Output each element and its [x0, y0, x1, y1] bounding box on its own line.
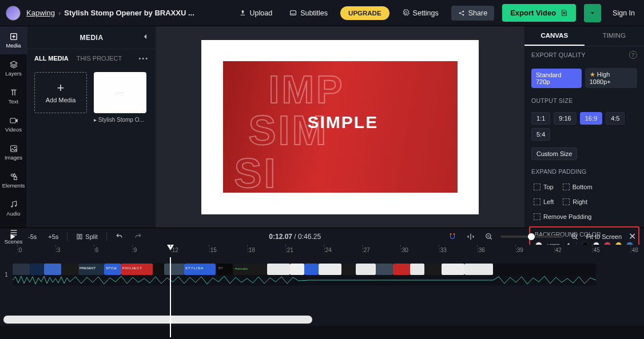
- layers-icon: [9, 60, 18, 69]
- padding-row-1: Top Bottom: [524, 180, 644, 194]
- chevron-down-icon: [589, 10, 596, 17]
- back-5s-button[interactable]: -5s: [25, 232, 39, 242]
- ruler-tick: :33: [439, 247, 447, 253]
- upgrade-button[interactable]: UPGRADE: [340, 6, 389, 20]
- ruler-tick: :9: [132, 247, 137, 253]
- timeline-ruler[interactable]: :0:3:6:9:12:15:18:21:24:27:30:33:36:39:4…: [0, 245, 644, 257]
- zoom-in-icon: [571, 233, 579, 241]
- split-button[interactable]: Split: [73, 232, 100, 242]
- add-media-button[interactable]: + Add Media: [34, 72, 87, 113]
- media-tab-project[interactable]: THIS PROJECT: [77, 55, 122, 62]
- rail-text[interactable]: Text: [0, 82, 27, 110]
- ruler-tick: :15: [209, 247, 217, 253]
- subtitles-icon: [289, 9, 297, 17]
- rail-media-label: Media: [6, 42, 21, 49]
- avatar[interactable]: [6, 6, 21, 21]
- zoom-slider[interactable]: [500, 236, 563, 238]
- size-16-9[interactable]: 16:9: [580, 112, 602, 125]
- quality-high[interactable]: ★High 1080p+: [585, 68, 637, 88]
- settings-button[interactable]: Settings: [397, 6, 443, 20]
- rail-images[interactable]: Images: [0, 138, 27, 166]
- forward-5s-button[interactable]: +5s: [45, 232, 61, 242]
- media-tab-menu[interactable]: •••: [138, 55, 149, 62]
- share-button[interactable]: Share: [451, 6, 494, 21]
- rail-media[interactable]: Media: [0, 26, 27, 54]
- preview-outline-text-3: SI: [234, 150, 278, 193]
- rail-audio[interactable]: Audio: [0, 194, 27, 222]
- zoom-in-button[interactable]: [568, 231, 582, 242]
- canvas-area[interactable]: IMP SIM SI SIMPLE · · · · · · · · · · · …: [156, 26, 524, 228]
- undo-button[interactable]: [113, 231, 126, 242]
- media-tabs: ALL MEDIA THIS PROJECT •••: [27, 49, 156, 67]
- upload-button[interactable]: Upload: [234, 6, 277, 20]
- magnet-icon: [448, 233, 456, 241]
- svg-rect-16: [450, 233, 451, 234]
- preview-watermark: · · · · · · · · · · · ·: [324, 187, 356, 190]
- play-button[interactable]: [6, 231, 19, 242]
- help-icon[interactable]: ?: [629, 51, 637, 59]
- ruler-tick: :3: [55, 247, 60, 253]
- padding-left[interactable]: Left: [531, 197, 556, 207]
- fit-to-screen-button[interactable]: Fit to Screen: [586, 233, 622, 240]
- size-9-16[interactable]: 9:16: [554, 112, 576, 125]
- share-icon: [458, 10, 465, 17]
- svg-rect-8: [10, 146, 17, 152]
- rail-videos[interactable]: Videos: [0, 110, 27, 138]
- split-icon: [76, 233, 83, 240]
- ruler-tick: :30: [400, 247, 408, 253]
- right-panel: CANVAS TIMING EXPORT QUALITY ? Standard …: [524, 26, 644, 228]
- track-clips[interactable]: PRESENT STYLE PROJECT STYLISH BY ✦envato: [13, 264, 596, 285]
- redo-button[interactable]: [132, 231, 145, 242]
- svg-rect-15: [80, 234, 82, 239]
- timeline-scrollbar[interactable]: [3, 316, 312, 324]
- media-thumb[interactable]: ····· ▸ Stylish Stomp O...: [94, 72, 146, 123]
- playhead-line[interactable]: [170, 257, 171, 337]
- ruler-tick: :42: [554, 247, 562, 253]
- quality-standard[interactable]: Standard 720p: [531, 69, 582, 88]
- snap-icon: [467, 233, 475, 241]
- breadcrumb-root[interactable]: Kapwing: [26, 9, 55, 17]
- checkbox-icon: [563, 198, 570, 205]
- track-row: 1 PRESENT STYLE PROJECT STYLISH BY ✦enva…: [0, 263, 644, 286]
- export-dropdown[interactable]: [584, 4, 601, 22]
- topbar: Kapwing › Stylish Stomp Opener by BRAXXU…: [0, 0, 644, 26]
- section-export-quality: EXPORT QUALITY ?: [524, 46, 644, 63]
- padding-bottom[interactable]: Bottom: [560, 182, 595, 192]
- media-tab-all[interactable]: ALL MEDIA: [34, 55, 69, 62]
- rail-text-label: Text: [9, 98, 18, 105]
- padding-remove[interactable]: Remove Padding: [531, 212, 594, 222]
- rail-elements[interactable]: Elements: [0, 166, 27, 194]
- snap-button[interactable]: [464, 231, 478, 242]
- collapse-panel-button[interactable]: [141, 32, 150, 41]
- tab-timing[interactable]: TIMING: [585, 26, 645, 46]
- toolbar-sep: [67, 232, 67, 241]
- rail-layers[interactable]: Layers: [0, 54, 27, 82]
- video-preview[interactable]: IMP SIM SI SIMPLE · · · · · · · · · · · …: [223, 61, 458, 193]
- add-media-label: Add Media: [46, 97, 76, 103]
- size-4-5[interactable]: 4:5: [606, 112, 625, 125]
- timecode: 0:12.07 / 0:46.25: [150, 233, 440, 241]
- padding-top[interactable]: Top: [531, 182, 556, 192]
- size-1-1[interactable]: 1:1: [531, 112, 550, 125]
- padding-row-3: Remove Padding: [524, 209, 644, 224]
- timeline-body[interactable]: 1 PRESENT STYLE PROJECT STYLISH BY ✦enva…: [0, 257, 644, 326]
- padding-right[interactable]: Right: [560, 197, 590, 207]
- signin-link[interactable]: Sign In: [609, 9, 638, 17]
- svg-rect-14: [77, 234, 79, 239]
- tab-canvas[interactable]: CANVAS: [524, 26, 585, 46]
- close-timeline-button[interactable]: ✕: [626, 231, 638, 242]
- zoom-slider-knob[interactable]: [528, 233, 535, 240]
- magnet-button[interactable]: [446, 231, 459, 242]
- size-5-4[interactable]: 5:4: [531, 128, 550, 141]
- custom-size-button[interactable]: Custom Size: [531, 147, 577, 160]
- zoom-out-button[interactable]: [482, 231, 496, 242]
- export-button[interactable]: Export Video: [502, 4, 576, 22]
- svg-rect-1: [291, 14, 293, 14]
- section-output-size: OUTPUT SIZE: [524, 93, 644, 109]
- subtitles-button[interactable]: Subtitles: [285, 6, 332, 20]
- padding-row-2: Left Right: [524, 194, 644, 209]
- media-thumb-preview: ·····: [94, 72, 146, 113]
- ruler-tick: :27: [362, 247, 370, 253]
- breadcrumb-project[interactable]: Stylish Stomp Opener by BRAXXU ...: [64, 9, 194, 17]
- breadcrumb-sep: ›: [58, 9, 61, 17]
